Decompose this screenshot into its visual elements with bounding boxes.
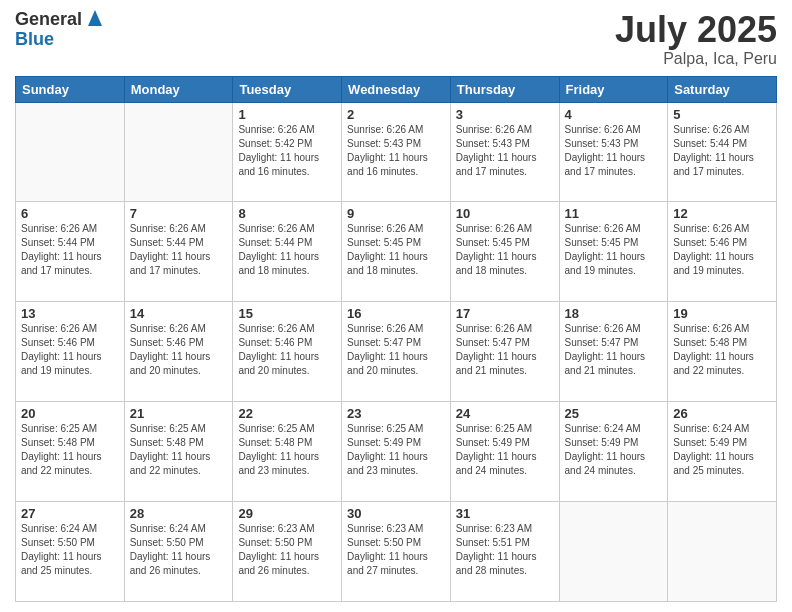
calendar-cell: 10Sunrise: 6:26 AM Sunset: 5:45 PM Dayli… — [450, 202, 559, 302]
day-info: Sunrise: 6:26 AM Sunset: 5:46 PM Dayligh… — [21, 322, 119, 378]
day-info: Sunrise: 6:26 AM Sunset: 5:48 PM Dayligh… — [673, 322, 771, 378]
weekday-header-row: SundayMondayTuesdayWednesdayThursdayFrid… — [16, 76, 777, 102]
weekday-header-friday: Friday — [559, 76, 668, 102]
calendar-cell: 1Sunrise: 6:26 AM Sunset: 5:42 PM Daylig… — [233, 102, 342, 202]
day-number: 13 — [21, 306, 119, 321]
day-info: Sunrise: 6:26 AM Sunset: 5:45 PM Dayligh… — [456, 222, 554, 278]
calendar-cell: 27Sunrise: 6:24 AM Sunset: 5:50 PM Dayli… — [16, 502, 125, 602]
day-number: 8 — [238, 206, 336, 221]
day-number: 25 — [565, 406, 663, 421]
day-number: 21 — [130, 406, 228, 421]
location: Palpa, Ica, Peru — [615, 50, 777, 68]
day-info: Sunrise: 6:25 AM Sunset: 5:48 PM Dayligh… — [130, 422, 228, 478]
svg-marker-0 — [88, 10, 102, 26]
calendar-cell: 14Sunrise: 6:26 AM Sunset: 5:46 PM Dayli… — [124, 302, 233, 402]
title-section: July 2025 Palpa, Ica, Peru — [615, 10, 777, 68]
logo-general: General — [15, 10, 82, 30]
calendar-cell: 30Sunrise: 6:23 AM Sunset: 5:50 PM Dayli… — [342, 502, 451, 602]
calendar-cell: 12Sunrise: 6:26 AM Sunset: 5:46 PM Dayli… — [668, 202, 777, 302]
calendar-cell: 26Sunrise: 6:24 AM Sunset: 5:49 PM Dayli… — [668, 402, 777, 502]
day-info: Sunrise: 6:24 AM Sunset: 5:50 PM Dayligh… — [130, 522, 228, 578]
weekday-header-sunday: Sunday — [16, 76, 125, 102]
day-info: Sunrise: 6:23 AM Sunset: 5:51 PM Dayligh… — [456, 522, 554, 578]
calendar-cell: 9Sunrise: 6:26 AM Sunset: 5:45 PM Daylig… — [342, 202, 451, 302]
day-info: Sunrise: 6:26 AM Sunset: 5:44 PM Dayligh… — [238, 222, 336, 278]
day-info: Sunrise: 6:26 AM Sunset: 5:46 PM Dayligh… — [673, 222, 771, 278]
logo-blue: Blue — [15, 30, 82, 50]
day-info: Sunrise: 6:25 AM Sunset: 5:49 PM Dayligh… — [456, 422, 554, 478]
calendar-cell: 2Sunrise: 6:26 AM Sunset: 5:43 PM Daylig… — [342, 102, 451, 202]
day-number: 19 — [673, 306, 771, 321]
calendar-cell: 20Sunrise: 6:25 AM Sunset: 5:48 PM Dayli… — [16, 402, 125, 502]
day-number: 31 — [456, 506, 554, 521]
day-number: 7 — [130, 206, 228, 221]
day-number: 10 — [456, 206, 554, 221]
calendar-cell — [668, 502, 777, 602]
calendar-cell: 25Sunrise: 6:24 AM Sunset: 5:49 PM Dayli… — [559, 402, 668, 502]
weekday-header-wednesday: Wednesday — [342, 76, 451, 102]
day-number: 17 — [456, 306, 554, 321]
calendar-cell — [559, 502, 668, 602]
day-number: 1 — [238, 107, 336, 122]
calendar-table: SundayMondayTuesdayWednesdayThursdayFrid… — [15, 76, 777, 602]
day-number: 3 — [456, 107, 554, 122]
day-number: 5 — [673, 107, 771, 122]
weekday-header-thursday: Thursday — [450, 76, 559, 102]
day-number: 20 — [21, 406, 119, 421]
day-number: 6 — [21, 206, 119, 221]
weekday-header-saturday: Saturday — [668, 76, 777, 102]
calendar-cell: 24Sunrise: 6:25 AM Sunset: 5:49 PM Dayli… — [450, 402, 559, 502]
calendar-cell: 3Sunrise: 6:26 AM Sunset: 5:43 PM Daylig… — [450, 102, 559, 202]
day-info: Sunrise: 6:26 AM Sunset: 5:43 PM Dayligh… — [565, 123, 663, 179]
calendar-cell: 16Sunrise: 6:26 AM Sunset: 5:47 PM Dayli… — [342, 302, 451, 402]
calendar-cell — [124, 102, 233, 202]
calendar-cell: 29Sunrise: 6:23 AM Sunset: 5:50 PM Dayli… — [233, 502, 342, 602]
day-info: Sunrise: 6:24 AM Sunset: 5:49 PM Dayligh… — [565, 422, 663, 478]
day-number: 29 — [238, 506, 336, 521]
calendar-cell: 18Sunrise: 6:26 AM Sunset: 5:47 PM Dayli… — [559, 302, 668, 402]
day-info: Sunrise: 6:26 AM Sunset: 5:43 PM Dayligh… — [456, 123, 554, 179]
header: General Blue July 2025 Palpa, Ica, Peru — [15, 10, 777, 68]
day-info: Sunrise: 6:26 AM Sunset: 5:47 PM Dayligh… — [347, 322, 445, 378]
day-info: Sunrise: 6:24 AM Sunset: 5:49 PM Dayligh… — [673, 422, 771, 478]
day-info: Sunrise: 6:26 AM Sunset: 5:45 PM Dayligh… — [347, 222, 445, 278]
day-info: Sunrise: 6:23 AM Sunset: 5:50 PM Dayligh… — [347, 522, 445, 578]
month-year: July 2025 — [615, 10, 777, 50]
logo: General Blue — [15, 10, 106, 50]
day-number: 22 — [238, 406, 336, 421]
day-number: 26 — [673, 406, 771, 421]
day-number: 11 — [565, 206, 663, 221]
page: General Blue July 2025 Palpa, Ica, Peru … — [0, 0, 792, 612]
calendar-cell: 11Sunrise: 6:26 AM Sunset: 5:45 PM Dayli… — [559, 202, 668, 302]
day-info: Sunrise: 6:26 AM Sunset: 5:46 PM Dayligh… — [238, 322, 336, 378]
calendar-cell — [16, 102, 125, 202]
day-info: Sunrise: 6:26 AM Sunset: 5:45 PM Dayligh… — [565, 222, 663, 278]
day-info: Sunrise: 6:23 AM Sunset: 5:50 PM Dayligh… — [238, 522, 336, 578]
day-number: 16 — [347, 306, 445, 321]
day-number: 30 — [347, 506, 445, 521]
calendar-cell: 13Sunrise: 6:26 AM Sunset: 5:46 PM Dayli… — [16, 302, 125, 402]
day-number: 2 — [347, 107, 445, 122]
logo-icon — [84, 8, 106, 30]
calendar-cell: 21Sunrise: 6:25 AM Sunset: 5:48 PM Dayli… — [124, 402, 233, 502]
day-number: 15 — [238, 306, 336, 321]
day-number: 4 — [565, 107, 663, 122]
day-number: 14 — [130, 306, 228, 321]
calendar-cell: 23Sunrise: 6:25 AM Sunset: 5:49 PM Dayli… — [342, 402, 451, 502]
calendar-cell: 7Sunrise: 6:26 AM Sunset: 5:44 PM Daylig… — [124, 202, 233, 302]
day-number: 12 — [673, 206, 771, 221]
calendar-cell: 6Sunrise: 6:26 AM Sunset: 5:44 PM Daylig… — [16, 202, 125, 302]
calendar-week-1: 1Sunrise: 6:26 AM Sunset: 5:42 PM Daylig… — [16, 102, 777, 202]
calendar-week-2: 6Sunrise: 6:26 AM Sunset: 5:44 PM Daylig… — [16, 202, 777, 302]
weekday-header-tuesday: Tuesday — [233, 76, 342, 102]
day-number: 27 — [21, 506, 119, 521]
calendar-cell: 8Sunrise: 6:26 AM Sunset: 5:44 PM Daylig… — [233, 202, 342, 302]
day-number: 9 — [347, 206, 445, 221]
weekday-header-monday: Monday — [124, 76, 233, 102]
calendar-week-4: 20Sunrise: 6:25 AM Sunset: 5:48 PM Dayli… — [16, 402, 777, 502]
day-info: Sunrise: 6:26 AM Sunset: 5:44 PM Dayligh… — [130, 222, 228, 278]
calendar-cell: 5Sunrise: 6:26 AM Sunset: 5:44 PM Daylig… — [668, 102, 777, 202]
day-info: Sunrise: 6:25 AM Sunset: 5:49 PM Dayligh… — [347, 422, 445, 478]
day-number: 18 — [565, 306, 663, 321]
day-info: Sunrise: 6:25 AM Sunset: 5:48 PM Dayligh… — [238, 422, 336, 478]
